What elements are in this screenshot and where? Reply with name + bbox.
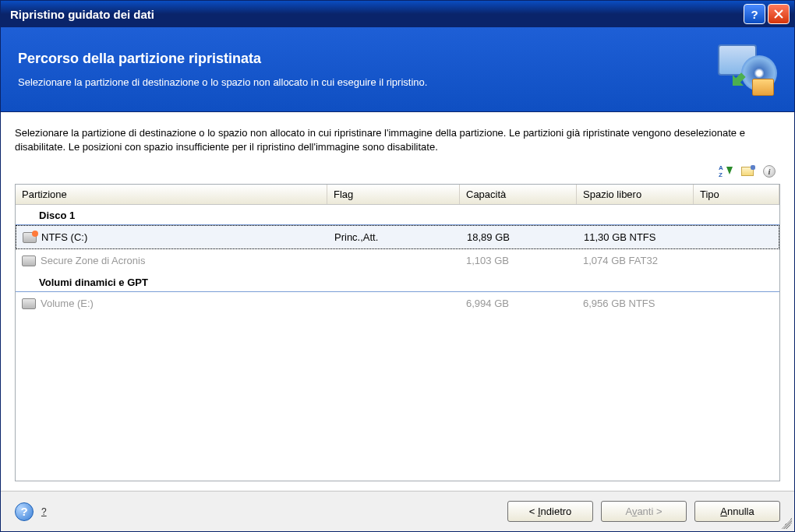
partition-free: 1,074 GB FAT32	[577, 255, 694, 266]
restore-icon	[715, 41, 777, 97]
partition-row: Volume (E:)6,994 GB6,956 GB NTFS	[16, 292, 779, 315]
cancel-button[interactable]: Annulla	[694, 501, 780, 522]
titlebar-help-button[interactable]: ?	[744, 4, 765, 24]
partition-flag: Princ.,Att.	[328, 231, 461, 243]
partition-name: Volume (E:)	[41, 298, 94, 309]
partition-name: NTFS (C:)	[41, 231, 87, 243]
back-button[interactable]: < Indietro	[507, 501, 593, 522]
wizard-step-subtitle: Selezionare la partizione di destinazion…	[18, 76, 715, 88]
info-button[interactable]: i	[761, 164, 777, 179]
partition-capacity: 18,89 GB	[461, 231, 578, 243]
partition-row: Secure Zone di Acronis1,103 GB1,074 GB F…	[16, 249, 779, 272]
column-capacity[interactable]: Capacità	[460, 185, 577, 204]
disk-icon	[23, 232, 37, 243]
help-link[interactable]: ?	[41, 506, 47, 517]
column-flag[interactable]: Flag	[327, 185, 460, 204]
partition-capacity: 6,994 GB	[460, 298, 577, 309]
toolbar: i	[15, 164, 780, 179]
titlebar-close-button[interactable]	[768, 4, 790, 24]
properties-button[interactable]	[740, 164, 755, 179]
partition-capacity: 1,103 GB	[460, 255, 577, 266]
group-header: Disco 1	[16, 205, 779, 225]
column-free[interactable]: Spazio libero	[577, 185, 694, 204]
partition-free: 6,956 GB NTFS	[577, 298, 694, 309]
sort-button[interactable]	[718, 164, 733, 179]
window-title: Ripristino guidato dei dati	[10, 8, 744, 21]
partition-row[interactable]: NTFS (C:)Princ.,Att.18,89 GB11,30 GB NTF…	[16, 225, 779, 249]
disk-icon	[22, 298, 36, 309]
next-button[interactable]: Avanti >	[601, 501, 687, 522]
resize-grip[interactable]	[781, 518, 792, 529]
help-icon[interactable]: ?	[15, 502, 34, 521]
content-area: Selezionare la partizione di destinazion…	[1, 112, 794, 491]
column-partition[interactable]: Partizione	[16, 185, 327, 204]
wizard-window: Ripristino guidato dei dati ? Percorso d…	[0, 0, 795, 532]
column-type[interactable]: Tipo	[694, 185, 779, 204]
wizard-footer: ? ? < Indietro Avanti > Annulla	[1, 491, 794, 531]
partition-table: Partizione Flag Capacità Spazio libero T…	[15, 184, 780, 481]
partition-free: 11,30 GB NTFS	[578, 231, 694, 243]
table-header-row: Partizione Flag Capacità Spazio libero T…	[16, 185, 779, 205]
disk-icon	[22, 255, 36, 266]
wizard-header: Percorso della partizione ripristinata S…	[1, 27, 794, 112]
titlebar[interactable]: Ripristino guidato dei dati ?	[1, 1, 794, 27]
partition-name: Secure Zone di Acronis	[41, 255, 145, 266]
group-header: Volumi dinamici e GPT	[16, 272, 779, 292]
instructions-text: Selezionare la partizione di destinazion…	[15, 126, 780, 154]
wizard-step-title: Percorso della partizione ripristinata	[18, 51, 715, 67]
